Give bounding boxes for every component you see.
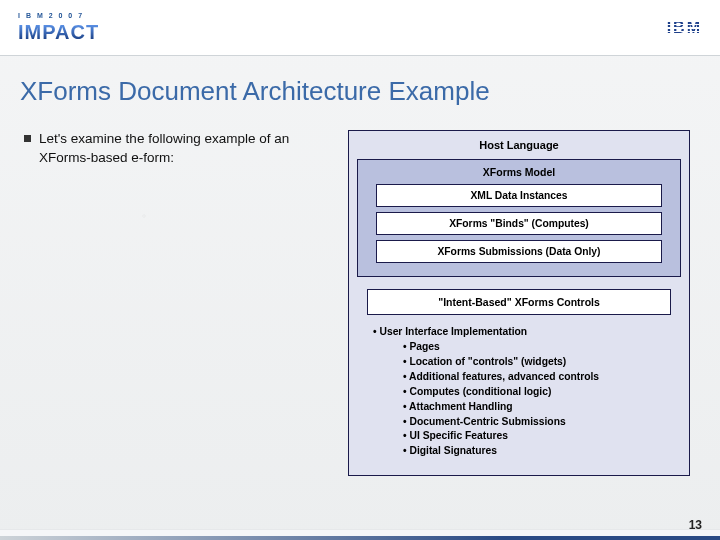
list-item: • Location of "controls" (widgets)	[403, 355, 681, 370]
header-bar: I B M 2 0 0 7 IMPACT IBM	[0, 0, 720, 56]
ibm-logo: IBM	[667, 19, 702, 37]
list-item: • Additional features, advanced controls	[403, 370, 681, 385]
impl-item-text: Document-Centric Submissions	[409, 416, 565, 427]
impl-item-text: Pages	[409, 341, 439, 352]
body-text-block: Let's examine the following example of a…	[24, 130, 324, 168]
xforms-controls-box: "Intent-Based" XForms Controls	[367, 289, 671, 315]
slide: I B M 2 0 0 7 IMPACT IBM XForms Document…	[0, 0, 720, 540]
list-item: • Pages	[403, 340, 681, 355]
impact-logo-top: I B M 2 0 0 7	[18, 12, 99, 19]
xforms-model-label: XForms Model	[364, 166, 674, 178]
impl-item-text: UI Specific Features	[409, 430, 507, 441]
impl-item-text: Additional features, advanced controls	[409, 371, 599, 382]
list-item: • Computes (conditional logic)	[403, 385, 681, 400]
host-language-label: Host Language	[357, 139, 681, 151]
model-item: XForms "Binds" (Computes)	[376, 212, 662, 235]
footer-stripe	[0, 535, 720, 540]
xforms-model-box: XForms Model XML Data Instances XForms "…	[357, 159, 681, 277]
impl-item-text: Attachment Handling	[409, 401, 513, 412]
bullet-square-icon	[24, 135, 31, 142]
ibm-logo-text: IBM	[667, 19, 702, 37]
model-item: XML Data Instances	[376, 184, 662, 207]
list-item: • UI Specific Features	[403, 429, 681, 444]
body-bullet: Let's examine the following example of a…	[24, 130, 324, 168]
list-item: • Attachment Handling	[403, 400, 681, 415]
model-item: XForms Submissions (Data Only)	[376, 240, 662, 263]
ui-implementation-list: • User Interface Implementation • Pages …	[373, 325, 681, 459]
list-item: • User Interface Implementation	[373, 325, 681, 340]
impl-head-text: User Interface Implementation	[379, 326, 527, 337]
list-item: • Digital Signatures	[403, 444, 681, 459]
impl-item-text: Location of "controls" (widgets)	[409, 356, 566, 367]
impl-item-text: Computes (conditional logic)	[409, 386, 551, 397]
impact-logo: I B M 2 0 0 7 IMPACT	[18, 12, 99, 44]
list-item: • Document-Centric Submissions	[403, 415, 681, 430]
architecture-diagram: Host Language XForms Model XML Data Inst…	[348, 130, 690, 476]
impl-item-text: Digital Signatures	[409, 445, 497, 456]
body-bullet-text: Let's examine the following example of a…	[39, 130, 324, 168]
impact-logo-main: IMPACT	[18, 21, 99, 44]
slide-title: XForms Document Architecture Example	[20, 76, 490, 107]
